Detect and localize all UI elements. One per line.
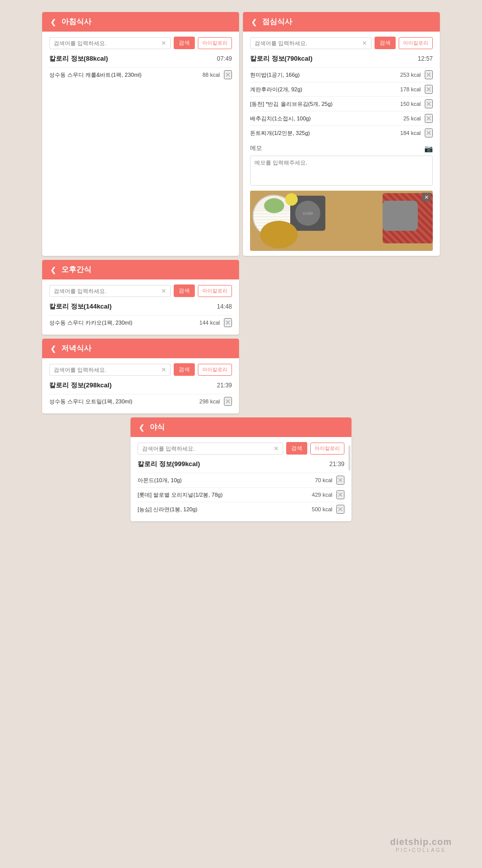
night-snack-search-row: ✕ 검색 마이칼로리 [138, 442, 344, 455]
dinner-search-input[interactable] [54, 367, 161, 373]
lunch-memo-section: 메모 📷 scale [250, 144, 433, 251]
dinner-card: ❮ 저녁식사 ✕ 검색 마이칼로리 칼로리 정보(298kcal) 21:39 … [42, 339, 239, 413]
afternoon-snack-search-btn[interactable]: 검색 [174, 284, 195, 297]
breakfast-search-row: ✕ 검색 마이칼로리 [49, 37, 232, 49]
lunch-food-kcal-4: 184 kcal [400, 130, 421, 136]
lunch-search-btn[interactable]: 검색 [375, 37, 396, 49]
lunch-food-name-4: 돈트찌개(1/2인분, 325g) [250, 129, 400, 137]
watermark-top: dietship.com [390, 837, 452, 847]
lunch-search-input[interactable] [255, 40, 362, 46]
night-snack-calorie-label: 칼로리 정보(999kcal) [138, 460, 200, 469]
afternoon-snack-clear-btn[interactable]: ✕ [161, 287, 166, 295]
lunch-memo-textarea[interactable] [250, 156, 433, 186]
lunch-food-kcal-3: 25 kcal [403, 115, 421, 121]
breakfast-food-name-0: 성수동 스무디 캐롤&바트(1팩, 230ml) [49, 71, 202, 79]
lunch-clear-btn[interactable]: ✕ [362, 40, 367, 47]
night-snack-clear-btn[interactable]: ✕ [274, 445, 279, 452]
lunch-chevron-icon[interactable]: ❮ [251, 18, 257, 26]
breakfast-search-wrap: ✕ [49, 37, 171, 49]
breakfast-card: ❮ 아침식사 ✕ 검색 마이칼로리 칼로리 정보(88kcal) 07:49 성… [42, 12, 239, 256]
dinner-food-name-0: 성수동 스무디 오트밀(1팩, 230ml) [49, 398, 199, 405]
afternoon-snack-food-remove-0[interactable]: ✕ [224, 318, 232, 327]
breakfast-calorie-row: 칼로리 정보(88kcal) 07:49 [49, 54, 232, 63]
night-snack-calorie-row: 칼로리 정보(999kcal) 21:39 [138, 460, 344, 469]
breakfast-time: 07:49 [217, 55, 232, 62]
afternoon-snack-food-name-0: 성수동 스무디 카카오(1팩, 230ml) [49, 319, 199, 327]
lunch-food-item-1: 계란후라이(2개, 92g) 178 kcal ✕ [250, 82, 433, 96]
afternoon-snack-calorie-label: 칼로리 정보(144kcal) [49, 302, 111, 311]
night-snack-food-name-1: [롯데] 쌀로별 오리지널(1/2봉, 78g) [138, 491, 312, 499]
breakfast-header: ❮ 아침식사 [42, 12, 239, 32]
lunch-food-name-2: [동천] *반김 올리브유김(5개, 25g) [250, 100, 400, 108]
night-snack-card: ❮ 야식 ✕ 검색 마이칼로리 칼로리 정보(999kcal) 21:39 [131, 417, 351, 521]
lunch-my-calorie-btn[interactable]: 마이칼로리 [399, 37, 433, 49]
lunch-food-image: scale ✕ [250, 191, 433, 251]
dinner-food-remove-0[interactable]: ✕ [224, 397, 232, 406]
lunch-food-remove-4[interactable]: ✕ [425, 128, 433, 137]
dinner-title: 저녁식사 [61, 344, 91, 353]
breakfast-my-calorie-btn[interactable]: 마이칼로리 [198, 37, 232, 49]
night-snack-header: ❮ 야식 [131, 417, 351, 437]
dinner-search-btn[interactable]: 검색 [174, 363, 195, 376]
afternoon-snack-search-row: ✕ 검색 마이칼로리 [49, 284, 232, 297]
night-snack-food-kcal-1: 429 kcal [312, 492, 332, 498]
breakfast-food-kcal-0: 88 kcal [202, 72, 220, 78]
lunch-time: 12:57 [418, 55, 433, 62]
watermark-bottom: PIC•COLLAGE [390, 847, 452, 853]
afternoon-snack-header: ❮ 오후간식 [42, 260, 239, 279]
lunch-food-item-0: 현미밥(1공기, 166g) 253 kcal ✕ [250, 67, 433, 82]
lunch-food-remove-1[interactable]: ✕ [425, 85, 433, 94]
night-snack-food-item-2: [농심] 신라면(1봉, 120g) 500 kcal ✕ [138, 502, 344, 516]
night-snack-food-remove-1[interactable]: ✕ [336, 490, 344, 499]
breakfast-title: 아침식사 [61, 17, 91, 27]
lunch-food-item-2: [동천] *반김 올리브유김(5개, 25g) 150 kcal ✕ [250, 96, 433, 111]
night-snack-title: 야식 [150, 422, 165, 432]
night-snack-food-remove-0[interactable]: ✕ [336, 476, 344, 485]
night-snack-search-input[interactable] [142, 446, 274, 452]
food-visual: scale [250, 191, 433, 251]
night-snack-food-name-0: 아몬드(10개, 10g) [138, 477, 315, 484]
lunch-image-close-btn[interactable]: ✕ [422, 193, 431, 202]
afternoon-snack-food-item-0: 성수동 스무디 카카오(1팩, 230ml) 144 kcal ✕ [49, 315, 232, 330]
afternoon-snack-time: 14:48 [217, 303, 232, 310]
breakfast-search-btn[interactable]: 검색 [174, 37, 195, 49]
bottom-row: ❮ 야식 ✕ 검색 마이칼로리 칼로리 정보(999kcal) 21:39 [40, 415, 442, 523]
night-snack-chevron-icon[interactable]: ❮ [139, 423, 145, 431]
night-snack-food-item-0: 아몬드(10개, 10g) 70 kcal ✕ [138, 473, 344, 487]
breakfast-chevron-icon[interactable]: ❮ [50, 18, 56, 26]
night-snack-food-kcal-0: 70 kcal [315, 477, 332, 483]
breakfast-clear-btn[interactable]: ✕ [161, 40, 166, 47]
lunch-search-row: ✕ 검색 마이칼로리 [250, 37, 433, 49]
night-snack-time: 21:39 [329, 461, 344, 468]
night-snack-my-calorie-btn[interactable]: 마이칼로리 [310, 443, 344, 455]
night-snack-food-remove-2[interactable]: ✕ [336, 505, 344, 514]
breakfast-food-remove-0[interactable]: ✕ [224, 70, 232, 79]
camera-icon[interactable]: 📷 [424, 144, 433, 153]
lunch-food-remove-3[interactable]: ✕ [425, 114, 433, 123]
dinner-chevron-icon[interactable]: ❮ [50, 345, 56, 353]
lunch-food-item-4: 돈트찌개(1/2인분, 325g) 184 kcal ✕ [250, 125, 433, 140]
lunch-food-remove-2[interactable]: ✕ [425, 99, 433, 108]
lunch-food-remove-0[interactable]: ✕ [425, 70, 433, 79]
lunch-food-kcal-1: 178 kcal [400, 86, 421, 92]
afternoon-snack-chevron-icon[interactable]: ❮ [50, 266, 56, 274]
dinner-search-row: ✕ 검색 마이칼로리 [49, 363, 232, 376]
lunch-header: ❮ 점심식사 [243, 12, 440, 32]
breakfast-food-item-0: 성수동 스무디 캐롤&바트(1팩, 230ml) 88 kcal ✕ [49, 67, 232, 82]
night-snack-food-name-2: [농심] 신라면(1봉, 120g) [138, 506, 312, 513]
afternoon-snack-search-input[interactable] [54, 288, 161, 294]
scrollbar[interactable] [348, 446, 350, 471]
dinner-my-calorie-btn[interactable]: 마이칼로리 [198, 364, 232, 376]
lunch-search-wrap: ✕ [250, 37, 372, 49]
afternoon-snack-search-wrap: ✕ [49, 285, 171, 297]
lunch-food-name-0: 현미밥(1공기, 166g) [250, 71, 400, 79]
lunch-calorie-row: 칼로리 정보(790kcal) 12:57 [250, 54, 433, 63]
dinner-header: ❮ 저녁식사 [42, 339, 239, 358]
night-snack-search-btn[interactable]: 검색 [286, 442, 307, 455]
lunch-food-item-3: 배추김치(1소접시, 100g) 25 kcal ✕ [250, 111, 433, 125]
breakfast-search-input[interactable] [54, 40, 161, 46]
night-snack-food-item-1: [롯데] 쌀로별 오리지널(1/2봉, 78g) 429 kcal ✕ [138, 487, 344, 502]
afternoon-snack-my-calorie-btn[interactable]: 마이칼로리 [198, 285, 232, 297]
lunch-calorie-label: 칼로리 정보(790kcal) [250, 54, 312, 63]
dinner-clear-btn[interactable]: ✕ [161, 366, 166, 373]
